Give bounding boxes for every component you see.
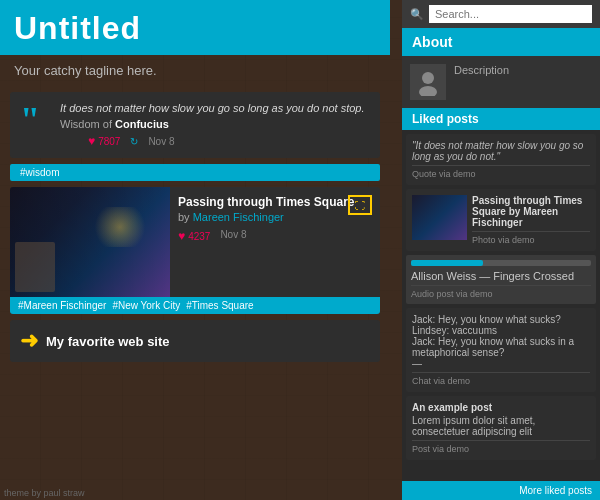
liked-header: Liked posts <box>402 108 600 130</box>
liked-posts-container: "It does not matter how slow you go so l… <box>402 130 600 500</box>
liked-item-quote: "It does not matter how slow you go so l… <box>406 134 596 185</box>
svg-point-0 <box>422 72 434 84</box>
reblog-icon: ↻ <box>130 136 138 147</box>
photo-tag-3[interactable]: #Times Square <box>186 300 253 311</box>
liked-photo-info: Passing through Times Square by Mareen F… <box>472 195 590 245</box>
photo-post: ⛶ Passing through Times Square by Mareen… <box>10 187 380 314</box>
search-icon: 🔍 <box>410 8 424 21</box>
liked-photo-thumb <box>412 195 467 240</box>
heart-number: 7807 <box>98 136 120 147</box>
photo-light <box>90 207 150 247</box>
search-input[interactable] <box>429 5 592 23</box>
liked-audio-type: Audio post via demo <box>411 285 591 299</box>
description-text: Description <box>454 64 509 76</box>
reblog-count: ↻ <box>130 136 138 147</box>
quote-text: It does not matter how slow you go so lo… <box>20 102 370 114</box>
svg-point-1 <box>419 86 437 96</box>
photo-tag-1[interactable]: #Mareen Fischinger <box>18 300 106 311</box>
photo-post-content: ⛶ Passing through Times Square by Mareen… <box>170 187 380 297</box>
liked-item-post: An example post Lorem ipsum dolor sit am… <box>406 396 596 460</box>
photo-author-name: Mareen Fischinger <box>193 211 284 223</box>
link-title: My favorite web site <box>46 334 170 349</box>
audio-bar <box>411 260 591 266</box>
liked-photo-title: Passing through Times Square by Mareen F… <box>472 195 590 228</box>
heart-icon: ♥ <box>88 134 95 148</box>
liked-post-type: Post via demo <box>412 440 590 454</box>
more-liked-button[interactable]: More liked posts <box>402 481 600 500</box>
photo-icon: ⛶ <box>348 195 372 215</box>
left-panel: Untitled Your catchy tagline here. " It … <box>0 0 390 500</box>
quote-post: " It does not matter how slow you go so … <box>10 92 380 158</box>
photo-date: Nov 8 <box>220 229 246 243</box>
liked-post-text: Lorem ipsum dolor sit amet, consectetuer… <box>412 415 590 437</box>
heart-count: ♥ 7807 <box>88 134 120 148</box>
site-title: Untitled <box>0 0 390 55</box>
quote-author: Wisdom of Confucius <box>20 118 370 130</box>
photo-figures <box>15 242 55 292</box>
about-section: Description <box>402 56 600 108</box>
liked-post-title: An example post <box>412 402 590 413</box>
liked-chat-type: Chat via demo <box>412 372 590 386</box>
photo-post-inner: ⛶ Passing through Times Square by Mareen… <box>10 187 380 297</box>
photo-tag-2[interactable]: #New York City <box>112 300 180 311</box>
liked-photo-type: Photo via demo <box>472 231 590 245</box>
liked-photo-inner: Passing through Times Square by Mareen F… <box>412 195 590 245</box>
liked-quote-type: Quote via demo <box>412 165 590 179</box>
photo-heart-icon: ♥ <box>178 229 185 243</box>
post-meta: ♥ 7807 ↻ Nov 8 <box>48 134 370 148</box>
liked-item-photo: Passing through Times Square by Mareen F… <box>406 189 596 251</box>
audio-bar-fill <box>411 260 483 266</box>
photo-post-title: Passing through Times Square <box>178 195 372 209</box>
theme-credit: theme by paul straw <box>0 486 89 500</box>
quote-author-name: Confucius <box>115 118 169 130</box>
chat-text: Jack: Hey, you know what sucks? Lindsey:… <box>412 314 590 369</box>
liked-quote-text: "It does not matter how slow you go so l… <box>412 140 590 162</box>
photo-thumbnail <box>10 187 170 297</box>
post-date: Nov 8 <box>148 136 174 147</box>
liked-item-chat: Jack: Hey, you know what sucks? Lindsey:… <box>406 308 596 392</box>
audio-title: Allison Weiss — Fingers Crossed <box>411 270 591 282</box>
liked-item-audio: Allison Weiss — Fingers Crossed Audio po… <box>406 255 596 304</box>
avatar <box>410 64 446 100</box>
photo-heart-count: ♥ 4237 <box>178 229 210 243</box>
search-bar[interactable]: 🔍 <box>402 0 600 28</box>
photo-tags: #Mareen Fischinger #New York City #Times… <box>10 297 380 314</box>
right-panel: 🔍 About Description Liked posts "It does… <box>402 0 600 500</box>
about-header: About <box>402 28 600 56</box>
tagline: Your catchy tagline here. <box>0 55 390 86</box>
photo-post-author: by Mareen Fischinger <box>178 211 372 223</box>
tag-bar[interactable]: #wisdom <box>10 164 380 181</box>
photo-heart-number: 4237 <box>188 231 210 242</box>
link-post[interactable]: ➜ My favorite web site <box>10 320 380 362</box>
arrow-icon: ➜ <box>20 328 38 354</box>
photo-post-meta: ♥ 4237 Nov 8 <box>178 229 372 243</box>
quote-mark-icon: " <box>20 102 40 138</box>
